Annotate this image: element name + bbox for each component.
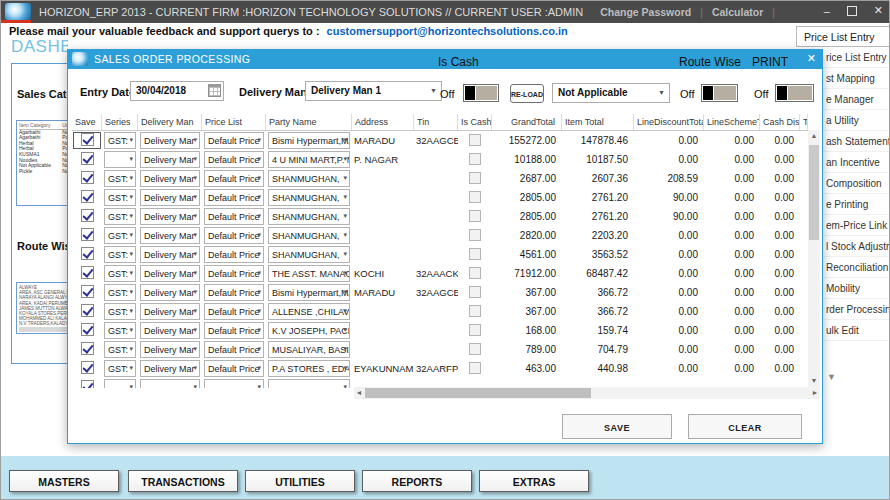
sidebar-item[interactable]: Mobility (823, 278, 890, 299)
series-select[interactable]: GST: (104, 360, 136, 377)
delivery-man-select[interactable]: Delivery Mar (140, 360, 200, 377)
sidebar-item[interactable]: st Mapping (823, 68, 890, 89)
save-checkbox[interactable] (81, 247, 94, 260)
party-name-select[interactable]: SHANMUGHAN, (268, 189, 350, 206)
series-select[interactable]: GST: (104, 170, 136, 187)
sidebar-item[interactable]: ulk Edit (823, 320, 890, 341)
party-name-select[interactable]: MUSALIYAR, BASIN RO (268, 341, 350, 358)
save-checkbox[interactable] (81, 190, 94, 203)
series-select[interactable]: GST: (104, 132, 136, 149)
delivery-man-select[interactable]: Delivery Mar (140, 246, 200, 263)
save-checkbox[interactable] (81, 342, 94, 355)
is-cash-checkbox[interactable] (469, 286, 481, 298)
price-list-select[interactable]: Default Price (204, 227, 264, 244)
sidebar-item[interactable]: rice List Entry (823, 47, 890, 68)
sidebar-item[interactable]: Composition (823, 173, 890, 194)
is-cash-checkbox[interactable] (469, 134, 481, 146)
delivery-man-select[interactable]: Delivery Mar (140, 341, 200, 358)
delivery-man-select[interactable]: Delivery Mar (140, 227, 200, 244)
party-name-select[interactable]: Bismi Hypermart,MARA (268, 284, 350, 301)
series-select[interactable] (104, 379, 136, 388)
sidebar-item[interactable]: an Incentive (823, 152, 890, 173)
save-checkbox[interactable] (81, 323, 94, 336)
price-list-select[interactable]: Default Price (204, 303, 264, 320)
sidebar-item[interactable]: ash Statement (823, 131, 890, 152)
close-icon[interactable]: ✕ (874, 4, 883, 17)
scroll-left-icon[interactable]: ◄ (354, 387, 364, 399)
sidebar-item[interactable]: Reconciliation (823, 257, 890, 278)
party-name-select[interactable]: P.A STORES , EDAYAKU (268, 360, 350, 377)
vertical-scrollbar[interactable]: ▲ ▼ (808, 130, 820, 387)
price-list-select[interactable]: Default Price (204, 170, 264, 187)
party-name-select[interactable]: SHANMUGHAN, (268, 246, 350, 263)
reload-button[interactable]: RE-LOAD (510, 84, 544, 103)
price-list-select[interactable]: Default Price (204, 132, 264, 149)
is-cash-checkbox[interactable] (469, 267, 481, 279)
delivery-man-select[interactable]: Delivery Mar (140, 265, 200, 282)
save-checkbox[interactable] (81, 361, 94, 374)
price-list-select[interactable]: Default Price (204, 341, 264, 358)
series-select[interactable]: GST: (104, 208, 136, 225)
horizontal-scrollbar[interactable]: ◄ ► (354, 387, 820, 399)
save-button[interactable]: SAVE (562, 414, 672, 439)
party-name-select[interactable] (268, 379, 350, 388)
nav-utilities[interactable]: UTILITIES (245, 470, 355, 492)
sidebar-item[interactable]: rder Processing (823, 299, 890, 320)
is-cash-checkbox[interactable] (469, 191, 481, 203)
sidebar-item[interactable]: a Utility (823, 110, 890, 131)
scrollbar-thumb[interactable] (365, 388, 591, 398)
route-filter-select[interactable]: Not Applicable ▼ (552, 83, 670, 103)
delivery-man-select[interactable]: Delivery Mar (140, 132, 200, 149)
dialog-close-icon[interactable]: ✕ (807, 52, 816, 65)
series-select[interactable]: GST: (104, 303, 136, 320)
delivery-man-select[interactable]: Delivery Mar (140, 189, 200, 206)
calendar-icon[interactable] (208, 84, 221, 97)
price-list-select[interactable]: Default Price (204, 151, 264, 168)
is-cash-toggle[interactable] (463, 84, 499, 102)
sidebar-item[interactable]: l Stock Adjustme (823, 236, 890, 257)
series-select[interactable]: GST: (104, 227, 136, 244)
menu-price-list-entry[interactable]: Price List Entry (796, 26, 890, 47)
sidebar-item[interactable]: em-Price Link (823, 215, 890, 236)
nav-reports[interactable]: REPORTS (362, 470, 472, 492)
is-cash-checkbox[interactable] (469, 229, 481, 241)
is-cash-checkbox[interactable] (469, 324, 481, 336)
series-select[interactable]: GST: (104, 341, 136, 358)
nav-extras[interactable]: EXTRAS (479, 470, 589, 492)
delivery-man-select[interactable]: Delivery Mar (140, 322, 200, 339)
price-list-select[interactable]: Default Price (204, 265, 264, 282)
save-checkbox[interactable] (81, 380, 94, 388)
delivery-man-select[interactable]: Delivery Mar (140, 284, 200, 301)
nav-masters[interactable]: MASTERS (9, 470, 119, 492)
is-cash-checkbox[interactable] (469, 305, 481, 317)
party-name-select[interactable]: THE ASST. MANAGER S (268, 265, 350, 282)
support-email-link[interactable]: customersupport@horizontechsolutions.co.… (327, 25, 568, 37)
series-select[interactable] (104, 151, 136, 168)
is-cash-checkbox[interactable] (469, 153, 481, 165)
price-list-select[interactable]: Default Price (204, 284, 264, 301)
price-list-select[interactable]: Default Price (204, 208, 264, 225)
save-checkbox[interactable] (81, 152, 94, 165)
price-list-select[interactable]: Default Price (204, 322, 264, 339)
price-list-select[interactable] (204, 379, 264, 388)
sidebar-item[interactable]: e Manager (823, 89, 890, 110)
series-select[interactable]: GST: (104, 246, 136, 263)
nav-transactions[interactable]: TRANSACTIONS (128, 470, 238, 492)
route-wise-toggle[interactable] (701, 84, 738, 102)
series-select[interactable]: GST: (104, 322, 136, 339)
save-checkbox[interactable] (81, 304, 94, 317)
party-name-select[interactable]: SHANMUGHAN, (268, 170, 350, 187)
is-cash-checkbox[interactable] (469, 210, 481, 222)
save-checkbox[interactable] (81, 285, 94, 298)
is-cash-checkbox[interactable] (469, 343, 481, 355)
party-name-select[interactable]: SHANMUGHAN, (268, 208, 350, 225)
price-list-select[interactable]: Default Price (204, 360, 264, 377)
scroll-right-icon[interactable]: ► (810, 387, 820, 399)
sidebar-item[interactable]: e Printing (823, 194, 890, 215)
scroll-down-icon[interactable]: ▼ (808, 375, 820, 387)
party-name-select[interactable]: ALLENSE ,CHILAVANN( (268, 303, 350, 320)
is-cash-checkbox[interactable] (469, 362, 481, 374)
delivery-man-select[interactable]: Delivery Man 1 ▼ (305, 81, 442, 101)
price-list-select[interactable]: Default Price (204, 189, 264, 206)
series-select[interactable]: GST: (104, 265, 136, 282)
